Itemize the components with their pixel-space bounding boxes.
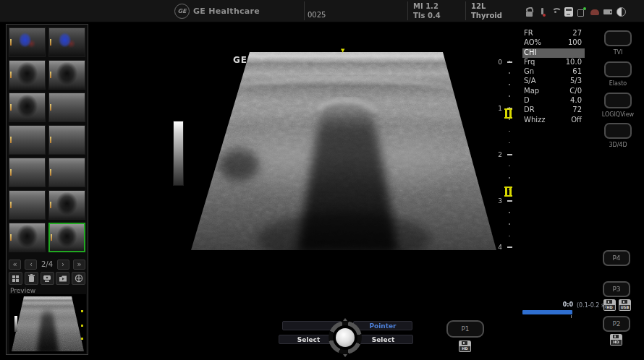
- parameter-label: Frq: [524, 58, 535, 67]
- p1-media-target: HD: [459, 340, 471, 355]
- ultrasound-image[interactable]: [181, 49, 507, 253]
- media-icon: [603, 7, 612, 17]
- parameter-label: CHI: [524, 48, 536, 58]
- probe-name[interactable]: 12L: [471, 2, 486, 10]
- parameter-row: WhizzOff: [522, 116, 585, 125]
- orientation-marker-icon: ▼: [341, 48, 344, 53]
- clipboard-panel: « ‹ 2/4 › » Preview: [6, 24, 88, 355]
- thumbnail[interactable]: [9, 60, 46, 90]
- parameter-value: 61: [572, 67, 582, 77]
- parameter-label: DR: [524, 106, 535, 115]
- contrast-icon: [617, 7, 626, 17]
- focus-zone-marker[interactable]: [504, 108, 512, 119]
- parameter-value: 27: [572, 29, 582, 38]
- p1-button[interactable]: P1: [446, 320, 484, 338]
- prev-page-button[interactable]: ‹: [25, 260, 37, 270]
- thumbnail[interactable]: [9, 158, 46, 187]
- sync-icon[interactable]: [72, 272, 85, 285]
- select-right-soft-key[interactable]: Select: [353, 335, 413, 344]
- depth-tick-label: 2: [493, 152, 502, 158]
- brand-title: GE Healthcare: [193, 7, 260, 16]
- probe-status-icon: [538, 7, 547, 17]
- caret-down-icon: [343, 354, 347, 357]
- delete-icon[interactable]: [25, 272, 38, 285]
- parameter-row: S/A5/3: [522, 77, 585, 86]
- cine-progress-bar[interactable]: [522, 310, 572, 314]
- thumbnail[interactable]: [48, 158, 85, 187]
- parameter-row: AO%100: [522, 38, 585, 48]
- parameter-label: Gn: [524, 67, 534, 77]
- p2-button[interactable]: P2: [603, 316, 630, 332]
- parameter-row: CHI: [522, 48, 585, 58]
- ge-logo-icon: GE: [174, 4, 190, 19]
- thumbnail[interactable]: [48, 93, 85, 122]
- cine-duration: (0.1-0.2 s): [577, 302, 606, 309]
- first-page-button[interactable]: «: [9, 260, 21, 270]
- thumbnail[interactable]: [9, 27, 46, 57]
- thumbnail[interactable]: [48, 60, 85, 90]
- printer-icon: [564, 7, 573, 17]
- parameter-label: S/A: [524, 77, 536, 86]
- ruler-major-tick: [507, 154, 512, 155]
- network-icon: [577, 7, 586, 17]
- floppy-hd-icon: HD: [610, 334, 622, 346]
- parameter-row: Frq10.0: [522, 58, 585, 67]
- divider: [304, 1, 305, 20]
- thumbnail-grid: [9, 27, 85, 252]
- layout-grid-icon[interactable]: [9, 272, 22, 285]
- tvi-button[interactable]: [604, 30, 632, 46]
- unlock-icon: [525, 7, 534, 17]
- thumbnail[interactable]: [48, 125, 85, 155]
- focus-zone-marker[interactable]: [504, 187, 512, 197]
- p2-media-targets: HD: [610, 334, 622, 348]
- thumbnail[interactable]: [9, 190, 46, 220]
- save-disk-icon[interactable]: [41, 272, 54, 285]
- floppy-hd-icon: HD: [459, 340, 471, 352]
- preset-name[interactable]: Thyroid: [471, 12, 502, 20]
- ge-image-watermark: GE: [233, 55, 247, 65]
- divider: [407, 1, 408, 20]
- logiqview-button[interactable]: [604, 93, 632, 108]
- status-icon-tray: [525, 6, 626, 17]
- parameter-row: D4.0: [522, 96, 585, 106]
- parameter-label: Map: [524, 87, 539, 96]
- ruler-major-tick: [507, 200, 512, 202]
- cine-counter: 0:0: [544, 301, 573, 308]
- thumbnail[interactable]: [48, 27, 85, 57]
- elasto-button[interactable]: [604, 61, 632, 77]
- thumbnail[interactable]: [48, 223, 85, 252]
- exam-number: 0025: [308, 11, 326, 19]
- trackball-ball[interactable]: [336, 328, 355, 347]
- page-indicator: 2/4: [41, 260, 53, 268]
- export-folder-icon[interactable]: [56, 272, 69, 285]
- clipboard-toolbar: [9, 271, 85, 286]
- depth-tick-label: 1: [493, 106, 502, 111]
- floppy-usb-icon: USB: [619, 299, 631, 311]
- parameter-value: 72: [572, 106, 582, 115]
- caret-up-icon: [343, 318, 347, 321]
- pointer-soft-key[interactable]: Pointer: [353, 321, 412, 330]
- p4-button[interactable]: P4: [603, 250, 630, 266]
- depth-tick-label: 4: [493, 244, 502, 250]
- trackball[interactable]: [329, 321, 362, 354]
- parameter-row: Gn61: [522, 67, 585, 77]
- p3-button[interactable]: P3: [603, 281, 630, 297]
- 3d4d-button[interactable]: [604, 123, 632, 139]
- next-page-button[interactable]: ›: [57, 260, 69, 270]
- thumbnail[interactable]: [48, 190, 85, 220]
- depth-tick-label: 3: [493, 198, 502, 204]
- tis-value: TIs 0.4: [413, 12, 441, 20]
- last-page-button[interactable]: »: [73, 260, 85, 270]
- parameter-value: Off: [571, 116, 582, 125]
- preview-label: Preview: [10, 287, 35, 294]
- thumbnail[interactable]: [9, 223, 46, 252]
- parameter-label: AO%: [524, 38, 541, 48]
- ruler-major-tick: [507, 247, 512, 248]
- parameter-label: FR: [524, 29, 533, 38]
- thumbnail[interactable]: [9, 125, 46, 155]
- thumbnail[interactable]: [9, 93, 46, 122]
- logiqview-label: LOGIQView: [595, 111, 641, 118]
- dvr-icon: [590, 7, 599, 17]
- depth-tick-label: 0: [493, 59, 502, 65]
- grayscale-bar: [173, 121, 184, 186]
